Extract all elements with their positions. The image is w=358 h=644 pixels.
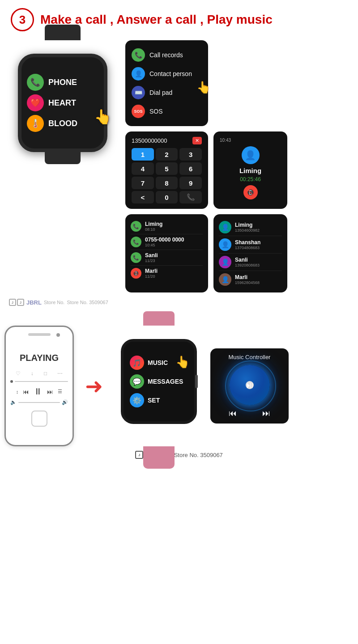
music-controls: ♡ ↓ □ ⋯ ↕ ⏮ ⏸ ⏭ ☰ 🔈 🔊: [10, 370, 68, 405]
list-item: 📞 0755-0000 0000 10:45: [131, 234, 203, 250]
record-time: 11/23: [145, 258, 203, 263]
play-pause-icon[interactable]: ⏸: [34, 386, 43, 397]
key-6[interactable]: 6: [179, 162, 202, 175]
prev-track-btn[interactable]: ⏮: [229, 409, 237, 418]
right-arrow: ➜: [85, 373, 103, 398]
watch-blood-btn: 🌡️ BLOOD: [27, 115, 98, 132]
playing-label: PLAYING: [20, 353, 59, 363]
prev-icon[interactable]: ⏮: [23, 388, 29, 395]
key-4[interactable]: 4: [132, 162, 154, 175]
list-icon: ☰: [58, 389, 62, 394]
blood-label: BLOOD: [48, 119, 77, 128]
key-back[interactable]: <: [132, 191, 154, 203]
messages-app-label: MESSAGES: [148, 378, 183, 385]
row2: 13500000000 ✕ 1 2 3 4 5 6 7 8 9 < 0 📞: [125, 131, 349, 209]
watch-crown: [195, 375, 198, 388]
key-3[interactable]: 3: [179, 148, 202, 161]
share-icon: □: [44, 370, 47, 377]
next-icon[interactable]: ⏭: [47, 388, 53, 395]
record-info: Liming 08:10: [145, 221, 203, 232]
list-item: 👤 Shanshan 13704808683: [219, 236, 282, 254]
volume-row: 🔈 🔊: [10, 399, 68, 405]
vol-down-icon: 🔈: [10, 399, 17, 405]
wm-j2: J: [17, 299, 24, 306]
phone-speaker: [28, 333, 51, 336]
dialpad-icon: ⌨️: [132, 86, 145, 99]
heart-icon: ❤️: [27, 94, 44, 111]
callrecords-icon: 📞: [132, 48, 145, 62]
music-disc: ⏯: [230, 365, 270, 405]
phone-home-btn[interactable]: [31, 411, 47, 427]
store-number: Store No. 3509067: [67, 300, 108, 305]
watch-body: 📞 PHONE ❤️ HEART 🌡️ BLOOD: [18, 54, 107, 152]
call-duration: 00:25:46: [220, 176, 281, 182]
call-icon-green: 📞: [131, 252, 141, 263]
call-icon-red: 📵: [131, 268, 141, 279]
key-7[interactable]: 7: [132, 177, 154, 189]
settings-app-icon: ⚙️: [130, 393, 144, 407]
record-name: Liming: [145, 221, 203, 227]
contact-phone: 15962804568: [235, 280, 260, 285]
watch-heart-btn: ❤️ HEART: [27, 94, 98, 111]
key-8[interactable]: 8: [156, 177, 178, 189]
next-track-btn[interactable]: ⏭: [262, 409, 270, 418]
sos-icon: SOS: [132, 105, 145, 118]
wm-j: J: [9, 299, 16, 306]
watermark-bottom: J J JBRL Store No. 3509067: [0, 451, 358, 459]
play-icon: ⏯: [245, 380, 254, 390]
call-avatar: 👤: [242, 146, 260, 164]
key-1[interactable]: 1: [132, 148, 154, 161]
record-info: Sanli 11/23: [145, 252, 203, 263]
list-item: 📞 Liming 08:10: [131, 219, 203, 234]
contact-avatar: 👤: [219, 273, 231, 286]
list-item: 👤 Marli 15962804568: [219, 271, 282, 288]
top-section: 📞 PHONE ❤️ HEART 🌡️ BLOOD 👆 📞: [0, 36, 358, 297]
record-time: 10:45: [145, 243, 203, 247]
phone-label: PHONE: [48, 78, 77, 87]
messages-app-btn: 💬 MESSAGES: [130, 374, 188, 389]
menu-item-callrecords: 📞 Call records: [132, 46, 202, 64]
bottom-section: PLAYING ♡ ↓ □ ⋯ ↕ ⏮ ⏸ ⏭ ☰ 🔈 🔊: [0, 326, 358, 446]
phone-camera: [56, 333, 60, 337]
hand-cursor-watch: 👆: [94, 108, 112, 125]
record-time: 11/20: [145, 274, 203, 279]
pink-band-bottom: [143, 446, 175, 469]
record-info: Marli 11/20: [145, 268, 203, 279]
end-call-btn[interactable]: 📵: [243, 185, 258, 199]
key-2[interactable]: 2: [156, 148, 178, 161]
music-controller-screen: Music Controller ⏯ ⏮ ⏭: [210, 348, 289, 424]
key-9[interactable]: 9: [179, 177, 202, 189]
more-icon: ⋯: [57, 370, 63, 377]
key-call[interactable]: 📞: [179, 191, 202, 203]
list-item: 👤 Liming 13504600982: [219, 219, 282, 236]
phone-mockup: PLAYING ♡ ↓ □ ⋯ ↕ ⏮ ⏸ ⏭ ☰ 🔈 🔊: [4, 326, 74, 446]
record-name: Sanli: [145, 252, 203, 258]
list-item: 👤 Sanli 13920808683: [219, 254, 282, 271]
key-5[interactable]: 5: [156, 162, 178, 175]
settings-app-label: SET: [148, 397, 160, 404]
list-item: 📵 Marli 11/20: [131, 266, 203, 281]
call-time-bar: 10:43: [220, 138, 281, 143]
record-name: 0755-0000 0000: [145, 237, 203, 243]
settings-app-btn: ⚙️ SET: [130, 393, 188, 407]
hand-cursor-music: 👆: [175, 355, 190, 369]
blood-icon: 🌡️: [27, 115, 44, 132]
progress-line: [15, 381, 68, 382]
contacts-screen: 👤 Liming 13504600982 👤 Shanshan 13704808…: [213, 214, 287, 292]
contact-phone: 13504600982: [235, 228, 260, 233]
wm-box-j1: J: [135, 451, 143, 459]
watermark-top: J J JBRL Store No. Store No. 3509067: [0, 297, 358, 308]
menu-item-dialpad: ⌨️ Dial pad: [132, 83, 202, 102]
hand-cursor-menu: 👆: [196, 80, 211, 94]
key-0[interactable]: 0: [156, 191, 178, 203]
backspace-btn[interactable]: ✕: [192, 137, 202, 144]
contact-avatar: 👤: [219, 256, 231, 268]
contact-info: Liming 13504600982: [235, 222, 260, 233]
progress-row: [10, 380, 68, 383]
music-app-label: MUSIC: [148, 359, 168, 366]
caller-name: Liming: [220, 167, 281, 174]
call-screen: 10:43 👤 Liming 00:25:46 📵: [213, 131, 287, 209]
screens-area: 📞 Call records 👤 Contact person ⌨️ Dial …: [125, 40, 349, 292]
contact-info: Sanli 13920808683: [235, 257, 260, 267]
store-bottom: Store No. 3509067: [174, 452, 223, 458]
